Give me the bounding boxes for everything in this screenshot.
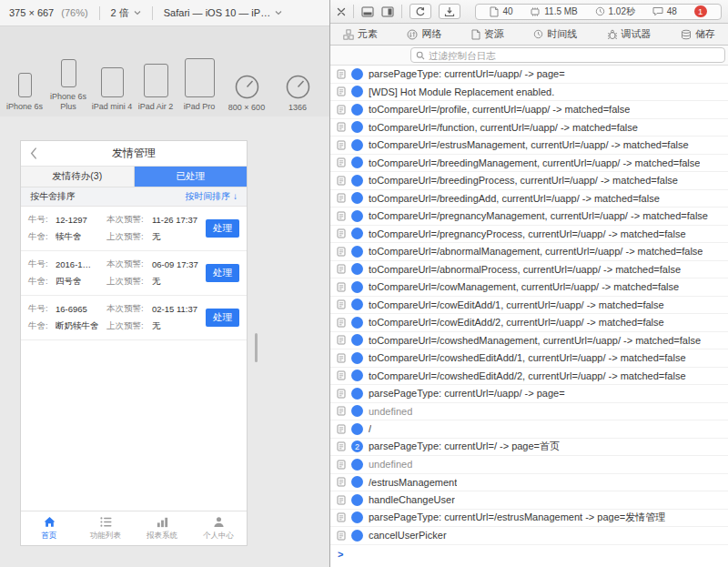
handle-button[interactable]: 处理 (206, 309, 239, 327)
device-outline-icon (101, 67, 124, 97)
device-label: iPad mini 4 (91, 102, 133, 112)
repeat-count-badge (351, 139, 363, 151)
console-log-row: parsePageType: currentUrl=/uapp/ -> page… (330, 385, 728, 403)
sort-bar: 按牛舍排序 按时间排序 ↓ (21, 187, 247, 207)
handle-button[interactable]: 处理 (206, 264, 239, 282)
log-icon (337, 105, 346, 115)
reload-button[interactable] (410, 4, 431, 19)
log-icon (337, 299, 346, 309)
console-log-row: toCompareUrl=/breedingProcess, currentUr… (330, 172, 728, 190)
tabbar-item-home[interactable]: 首页 (21, 511, 77, 545)
sort-by-shed[interactable]: 按牛舍排序 (30, 190, 76, 203)
web-inspector: 40 11.5 MB 1.02秒 48 1 元素 网络 (330, 0, 728, 567)
resize-handle[interactable] (255, 333, 258, 362)
handle-button[interactable]: 处理 (206, 219, 239, 238)
console-log-row: toCompareUrl=/abnormalProcess, currentUr… (330, 261, 728, 279)
console-log-row: toCompareUrl=/function, currentUrl=/uapp… (330, 119, 728, 137)
tabbar-item-list[interactable]: 功能列表 (77, 511, 134, 545)
log-message: toCompareUrl=/function, currentUrl=/uapp… (369, 122, 638, 133)
device-preset[interactable]: iPad Air 2 (134, 64, 177, 116)
download-icon (444, 6, 455, 17)
console-log-row: undefined (330, 403, 728, 421)
tab-processed[interactable]: 已处理 (135, 167, 248, 187)
item-fields: 牛号: 12-1297 本次预警: 11-26 17:37 牛舍: 犊牛舍 上次… (28, 214, 206, 243)
repeat-count-badge (351, 157, 363, 168)
network-icon (407, 29, 418, 40)
console-log-row: toCompareUrl=/estrusManagement, currentU… (330, 137, 728, 155)
repeat-count-badge (351, 476, 363, 488)
inspector-tab-elements[interactable]: 元素 (343, 27, 378, 41)
chevron-down-icon (275, 10, 282, 15)
previous-alert-label: 上次预警: (106, 231, 152, 243)
device-strip: iPhone 6s iPhone 6s Plus iPad mini 4 iPa… (0, 26, 329, 116)
repeat-count-badge (351, 370, 363, 381)
repeat-count-badge (351, 86, 363, 97)
inspector-tab-label: 储存 (695, 27, 715, 41)
repeat-count-badge (351, 334, 363, 346)
log-message: undefined (369, 406, 412, 417)
inspector-tab-debugger[interactable]: 调试器 (607, 27, 652, 41)
repeat-count-badge (351, 281, 363, 293)
tab-estrus-pending[interactable]: 发情待办(3) (21, 167, 135, 187)
log-icon (337, 228, 346, 238)
browser-value: Safari — iOS 10 — iP… (164, 7, 270, 18)
device-preset[interactable]: iPhone 6s (3, 73, 46, 116)
browser-dropdown[interactable]: Safari — iOS 10 — iP… (164, 7, 282, 18)
sort-by-time[interactable]: 按时间排序 ↓ (185, 190, 238, 203)
cow-no-label: 牛号: (28, 303, 56, 315)
log-icon (337, 495, 346, 505)
device-preset[interactable]: iPad mini 4 (90, 67, 134, 116)
resolution-preset[interactable]: 1366 (272, 75, 323, 116)
chevron-down-icon (134, 10, 141, 15)
cow-no-value: 12-1297 (56, 215, 106, 225)
messages-count: 48 (667, 6, 677, 16)
log-icon (337, 441, 346, 451)
cowshed-value: 断奶犊牛舍 (56, 320, 106, 332)
stat-load-time: 1.02秒 (595, 5, 635, 18)
responsive-design-mode: 375 × 667 (76%) 2 倍 Safari — iOS 10 — iP… (0, 0, 330, 567)
previous-alert-label: 上次预警: (106, 276, 152, 288)
download-button[interactable] (439, 4, 460, 19)
activity-viewer[interactable]: 40 11.5 MB 1.02秒 48 1 (475, 4, 722, 20)
log-message: toCompareUrl=/cowEditAdd/1, currentUrl=/… (369, 299, 664, 310)
console-log-row: toCompareUrl=/breedingManagement, curren… (330, 155, 728, 173)
inspector-toolbar: 40 11.5 MB 1.02秒 48 1 (330, 0, 728, 24)
inspector-tab-timelines[interactable]: 时间线 (533, 27, 577, 41)
log-message: [WDS] Hot Module Replacement enabled. (369, 86, 554, 97)
resolution-preset[interactable]: 800 × 600 (221, 75, 272, 116)
inspector-tab-storage[interactable]: 储存 (681, 27, 715, 41)
log-message: toCompareUrl=/breedingManagement, curren… (369, 157, 700, 168)
page-title: 发情管理 (112, 146, 156, 161)
dock-side-icon[interactable] (381, 6, 394, 17)
log-message: parsePageType: currentUrl=/ -> page=首页 (369, 440, 560, 453)
tabbar-item-chart[interactable]: 报表系统 (134, 511, 190, 545)
device-preset[interactable]: iPhone 6s Plus (46, 59, 90, 117)
back-button[interactable] (29, 147, 37, 160)
search-field (410, 47, 725, 63)
inspector-tab-label: 调试器 (622, 27, 652, 41)
scale-dropdown[interactable]: 2 倍 (111, 6, 141, 20)
inspector-tab-resources[interactable]: 资源 (471, 27, 504, 41)
current-alert-label: 本次预警: (106, 303, 152, 315)
previous-alert-label: 上次预警: (106, 320, 152, 332)
console-filter-input[interactable] (429, 50, 720, 61)
dock-bottom-icon[interactable] (361, 6, 374, 17)
log-message: toCompareUrl=/cowManagement, currentUrl=… (369, 281, 679, 292)
repeat-count-badge (351, 352, 363, 364)
log-icon (337, 512, 346, 522)
close-icon[interactable] (337, 7, 346, 16)
log-icon (337, 318, 346, 328)
console-log-row: [WDS] Hot Module Replacement enabled. (330, 84, 728, 102)
app-tab-bar: 首页 功能列表 报表系统 个人中心 (21, 511, 247, 545)
tabbar-item-person[interactable]: 个人中心 (190, 511, 247, 545)
log-message: toCompareUrl=/pregnancyProcess, currentU… (369, 228, 686, 239)
home-icon (43, 515, 56, 529)
prompt-chevron: > (338, 549, 343, 560)
cow-no-value: 16-6965 (56, 304, 106, 314)
inspector-tab-network[interactable]: 网络 (407, 27, 441, 41)
console-prompt[interactable]: > (330, 545, 728, 563)
repeat-count-badge (351, 494, 363, 506)
search-icon (416, 51, 425, 60)
device-preset[interactable]: iPad Pro (177, 58, 221, 116)
device-outline-icon (185, 58, 215, 97)
